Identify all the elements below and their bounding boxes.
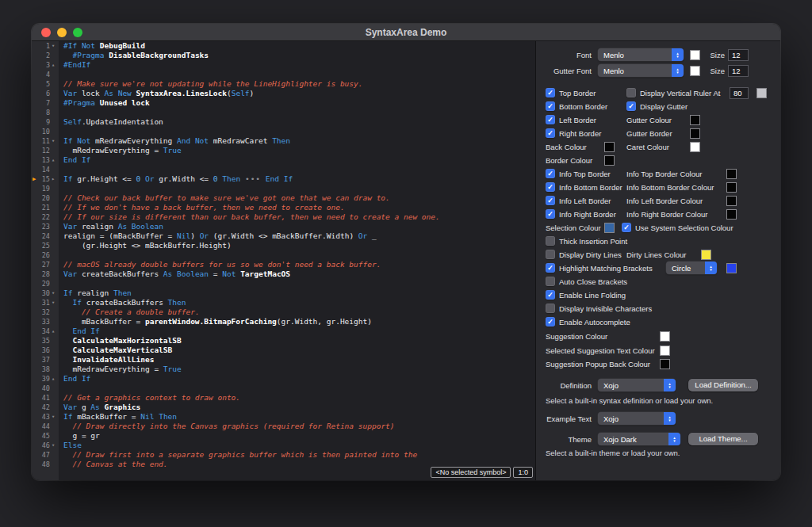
- popup-arrows-icon: ▴▾: [664, 412, 676, 425]
- bracket-style-popup[interactable]: Circle▴▾: [666, 262, 717, 274]
- font-colour-well[interactable]: [690, 50, 700, 60]
- code-line: [63, 250, 535, 260]
- code-line: // If our size is different than our bac…: [63, 212, 535, 222]
- top-border-checkbox[interactable]: ✓Top Border: [546, 88, 596, 97]
- display-gutter-checkbox[interactable]: ✓Display Gutter: [626, 101, 688, 111]
- code-token: g = gr: [63, 431, 100, 440]
- code-token: mRedrawEverything =: [63, 146, 163, 155]
- code-token: Then: [113, 288, 132, 297]
- gutter-row: 39▴: [32, 374, 59, 384]
- gutter-row: 32: [32, 307, 59, 317]
- display-invisible-characters-checkbox[interactable]: Display Invisible Characters: [546, 304, 652, 313]
- load-definition-button[interactable]: Load Definition...: [688, 379, 758, 391]
- minimize-button[interactable]: [57, 28, 67, 37]
- dirty-lines-colour-well[interactable]: [701, 250, 711, 260]
- fold-end-icon[interactable]: ▴: [52, 158, 59, 163]
- fold-open-icon[interactable]: ▾: [52, 300, 59, 306]
- left-border-checkbox[interactable]: ✓Left Border: [546, 115, 596, 124]
- suggestion-popup-back-colour-well[interactable]: [660, 359, 670, 369]
- theme-popup[interactable]: Xojo Dark▴▾: [598, 433, 680, 445]
- gutter-font-size-field[interactable]: 12: [728, 65, 749, 77]
- gutter-row: 43▾: [32, 412, 59, 422]
- info-left-border-checkbox[interactable]: ✓Info Left Border: [546, 196, 611, 205]
- ruler-position-field[interactable]: 80: [730, 87, 749, 99]
- code-token: True: [163, 146, 182, 155]
- fold-end-icon[interactable]: ▴: [52, 63, 59, 68]
- info-bottom-border-colour-well[interactable]: [726, 182, 737, 193]
- caret-colour-well[interactable]: [690, 142, 700, 152]
- info-left-border-colour-well[interactable]: [726, 196, 737, 206]
- fold-end-icon[interactable]: ▴: [52, 329, 59, 334]
- caret-colour-label: Caret Colour: [626, 143, 669, 152]
- highlight-matching-brackets-checkbox-label: Highlight Matching Brackets: [559, 264, 653, 273]
- fold-end-icon[interactable]: ▴: [52, 376, 59, 382]
- info-top-border-colour-well[interactable]: [726, 169, 737, 179]
- gutter-row: 21: [32, 203, 59, 212]
- ruler-colour-well[interactable]: [756, 88, 767, 98]
- font-size-field[interactable]: 12: [728, 49, 749, 61]
- bottom-border-checkbox[interactable]: ✓Bottom Border: [546, 101, 607, 111]
- suggestion-colour-well[interactable]: [660, 331, 670, 342]
- checkbox-checked-icon: ✓: [546, 317, 555, 327]
- use-system-selection-checkbox-label: Use System Selection Colour: [635, 223, 733, 232]
- use-system-selection-checkbox[interactable]: ✓Use System Selection Colour: [622, 223, 733, 232]
- load-theme-button[interactable]: Load Theme...: [688, 433, 758, 445]
- code-lines[interactable]: #If Not DebugBuild #Pragma DisableBackgr…: [59, 41, 535, 480]
- info-bottom-border-checkbox[interactable]: ✓Info Bottom Border: [546, 182, 622, 192]
- selection-colour-label: Selection Colour: [546, 223, 601, 233]
- fold-open-icon[interactable]: ▾: [52, 443, 59, 449]
- fold-open-icon[interactable]: ▾: [52, 291, 59, 296]
- display-dirty-lines-checkbox-label: Display Dirty Lines: [559, 250, 622, 259]
- panel-row: FontMenlo▴▾Size12: [536, 48, 780, 62]
- code-line: CalculateMaxHorizontalSB: [63, 336, 535, 346]
- close-button[interactable]: [41, 28, 51, 37]
- fold-open-icon[interactable]: ▾: [52, 44, 59, 49]
- gutter-border-colour-well[interactable]: [690, 128, 700, 139]
- line-number: 20: [32, 194, 52, 202]
- gutter-font-colour-well[interactable]: [690, 66, 700, 76]
- enable-autocomplete-checkbox[interactable]: ✓Enable Autocomplete: [546, 317, 630, 327]
- code-line: Var lock As New SyntaxArea.LinesLock(Sel…: [63, 89, 535, 98]
- theme-label: Theme: [536, 435, 592, 445]
- info-left-border-colour-label: Info Left Border Colour: [626, 197, 703, 206]
- traffic-lights: [41, 24, 82, 40]
- code-line: End If: [63, 327, 535, 336]
- fold-open-icon[interactable]: ▾: [52, 139, 59, 144]
- panel-row: ✓Bottom Border✓Display Gutter: [536, 100, 780, 113]
- thick-insertion-point-checkbox[interactable]: Thick Insertion Point: [546, 236, 627, 246]
- code-line: If Not mRedrawEverything And Not mRedraw…: [63, 136, 535, 146]
- line-number: 36: [32, 346, 52, 354]
- info-top-border-checkbox[interactable]: ✓Info Top Border: [546, 169, 611, 178]
- code-token: If: [72, 298, 81, 307]
- display-vertical-ruler-checkbox[interactable]: Display Vertical Ruler At: [626, 88, 720, 97]
- display-dirty-lines-checkbox[interactable]: Display Dirty Lines: [546, 250, 622, 259]
- selection-colour-well[interactable]: [604, 223, 615, 233]
- line-number: 30: [32, 289, 52, 297]
- definition-popup-value: Xojo: [598, 381, 664, 390]
- back-colour-well[interactable]: [604, 142, 615, 152]
- gutter-colour-well[interactable]: [690, 115, 700, 125]
- zoom-button[interactable]: [73, 28, 82, 37]
- selected-suggestion-text-colour-well[interactable]: [660, 346, 670, 356]
- border-colour-well[interactable]: [604, 155, 615, 166]
- code-token: _: [367, 231, 376, 240]
- gutter-font-popup[interactable]: Menlo▴▾: [598, 64, 684, 77]
- fold-closed-icon[interactable]: ▸: [52, 177, 59, 182]
- right-border-checkbox[interactable]: ✓Right Border: [546, 128, 601, 138]
- selected-symbol-box[interactable]: <No selected symbol>: [431, 467, 511, 478]
- info-bottom-border-colour-label: Info Bottom Border Colour: [626, 183, 714, 193]
- panel-row: Display Invisible Characters: [536, 302, 780, 315]
- bracket-colour-well[interactable]: [726, 263, 737, 273]
- example-text-popup[interactable]: Xojo▴▾: [598, 412, 676, 425]
- fold-open-icon[interactable]: ▾: [52, 414, 59, 420]
- info-right-border-colour-well[interactable]: [726, 209, 737, 220]
- highlight-matching-brackets-checkbox[interactable]: ✓Highlight Matching Brackets: [546, 263, 653, 273]
- enable-line-folding-checkbox[interactable]: ✓Enable Line Folding: [546, 290, 626, 300]
- font-popup[interactable]: Menlo▴▾: [598, 48, 684, 61]
- popup-arrows-icon: ▴▾: [672, 64, 684, 77]
- definition-popup[interactable]: Xojo▴▾: [598, 379, 676, 391]
- code-line: // Make sure we're not updating while th…: [63, 79, 535, 89]
- gutter-row: 31▾: [32, 298, 59, 307]
- auto-close-brackets-checkbox[interactable]: Auto Close Brackets: [546, 277, 627, 286]
- info-right-border-checkbox[interactable]: ✓Info Right Border: [546, 209, 616, 219]
